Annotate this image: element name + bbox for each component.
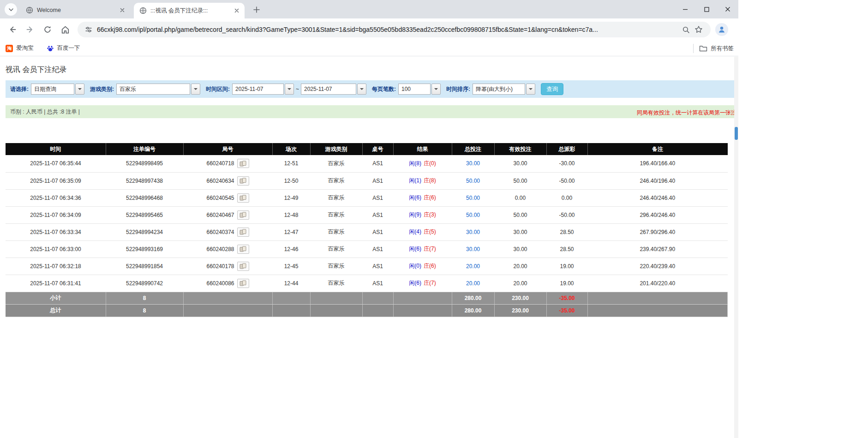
tab-search-button[interactable] [5,3,17,16]
cell-time: 2025-11-07 06:34:09 [6,206,106,223]
cell-bet-id: 522948993169 [106,240,183,258]
date-to-select[interactable]: 2025-11-07 [301,84,366,95]
total-bet-link[interactable]: 30.00 [466,160,480,167]
site-info-button[interactable] [83,24,94,35]
maximize-button[interactable] [696,0,717,18]
table-row: 2025-11-07 06:34:36522948996468660240545… [6,189,728,206]
tab-close-icon[interactable] [118,6,126,14]
bet-table-body: 2025-11-07 06:35:44522948998495660240718… [6,155,728,317]
round-result-image-button[interactable] [237,176,249,186]
chevron-down-icon [8,7,14,12]
cell-valid-bet: 20.00 [494,258,546,275]
round-result-image-button[interactable] [237,228,249,237]
query-type-select[interactable]: 日期查询 [31,84,84,95]
result-banker: 庄(0) [424,160,436,167]
tab-close-icon[interactable] [233,6,241,15]
tab-strip: Welcome :::视讯 会员下注纪录::: [0,0,738,18]
forward-button[interactable] [22,22,38,37]
new-tab-button[interactable] [250,3,263,16]
range-separator: ~ [296,86,299,92]
total-bet-link[interactable]: 50.00 [466,195,480,201]
round-result-image-button[interactable] [237,262,249,271]
cell-round: 660240374 [183,223,272,240]
round-result-image-button[interactable] [237,193,249,203]
close-window-button[interactable] [717,0,738,18]
cell-table-number: AS1 [362,223,393,240]
cell-payout: -50.00 [546,172,587,189]
all-bookmarks-button[interactable]: 所有书签 [693,41,734,56]
cell-result: 闲(6)庄(6) [393,189,452,206]
browser-tab-betrecord[interactable]: :::视讯 会员下注纪录::: [134,3,245,18]
total-cell [362,304,393,317]
search-button[interactable]: 查询 [541,83,563,95]
dropdown-arrow-icon[interactable] [75,84,84,95]
navigation-bar: 66cxkj98.com/ipl/portal.php/game/betreco… [0,18,738,41]
cell-session: 12-46 [272,240,310,258]
dropdown-arrow-icon[interactable] [431,84,441,95]
round-number: 660240374 [206,229,234,235]
total-bet-link[interactable]: 20.00 [466,280,480,287]
cell-game-type: 百家乐 [310,206,362,223]
page-size-select[interactable]: 100 [398,84,441,95]
round-result-image-button[interactable] [237,245,249,254]
cell-payout: -30.00 [546,155,587,172]
cell-time: 2025-11-07 06:35:09 [6,172,106,189]
home-button[interactable] [57,22,73,37]
cell-result: 闲(1)庄(8) [393,172,452,189]
cell-total-bet: 30.00 [452,240,494,258]
cell-table-number: AS1 [362,258,393,275]
cell-round: 660240178 [183,258,272,275]
dropdown-arrow-icon[interactable] [526,84,535,95]
cell-note: 239.40/267.90 [587,240,728,258]
bookmark-aitaobao[interactable]: 淘 爱淘宝 [6,44,34,52]
back-button[interactable] [5,22,20,37]
address-bar[interactable]: 66cxkj98.com/ipl/portal.php/game/betreco… [78,22,711,37]
lens-search-button[interactable] [679,23,692,36]
total-bet-link[interactable]: 30.00 [466,229,480,235]
url-text[interactable]: 66cxkj98.com/ipl/portal.php/game/betreco… [97,26,679,33]
round-result-image-button[interactable] [237,210,249,220]
bookmark-star-button[interactable] [692,23,705,36]
total-cell [393,304,452,317]
cell-payout: 0.00 [546,189,587,206]
round-number: 660240086 [206,280,234,287]
total-bet-link[interactable]: 30.00 [466,246,480,252]
date-from-select[interactable]: 2025-11-07 [232,84,294,95]
cards-icon [239,229,246,235]
cell-bet-id: 522948998495 [106,155,183,172]
round-result-image-button[interactable] [237,159,249,168]
game-type-select[interactable]: 百家乐 [116,84,200,95]
cards-icon [239,161,246,167]
reload-button[interactable] [40,22,55,37]
cell-valid-bet: 30.00 [494,155,546,172]
dropdown-arrow-icon[interactable] [357,84,366,95]
total-bet-link[interactable]: 50.00 [466,212,480,218]
cell-game-type: 百家乐 [310,223,362,240]
minimize-button[interactable] [675,0,696,18]
column-header: 注单编号 [106,143,183,155]
globe-favicon-icon [26,6,33,14]
sort-label: 时间排序: [446,85,470,93]
profile-button[interactable] [715,23,728,36]
dropdown-arrow-icon[interactable] [191,84,200,95]
bookmark-baidu[interactable]: 百度一下 [47,44,80,52]
cell-valid-bet: 30.00 [494,223,546,240]
browser-tab-welcome[interactable]: Welcome [20,4,130,17]
person-icon [718,25,726,34]
subtotal-cell: 8 [106,292,183,304]
scrollbar-thumb[interactable] [735,127,738,140]
subtotal-cell [393,292,452,304]
total-bet-link[interactable]: 50.00 [466,178,480,184]
table-row: 2025-11-07 06:35:44522948998495660240718… [6,155,728,172]
column-header: 总投注 [452,143,494,155]
total-bet-link[interactable]: 20.00 [466,263,480,270]
dropdown-arrow-icon[interactable] [285,84,294,95]
sort-select[interactable]: 降幂(由大到小) [473,84,535,95]
bookmarks-bar: 淘 爱淘宝 百度一下 所有书签 [0,41,738,56]
cell-payout: 28.50 [546,223,587,240]
tune-icon [85,26,92,33]
round-result-image-button[interactable] [237,279,249,288]
summary-currency-count: 币别 : 人民币 | 总共 :8 注单 | [10,108,80,116]
cards-icon [239,212,246,218]
vertical-scrollbar[interactable] [734,57,738,438]
